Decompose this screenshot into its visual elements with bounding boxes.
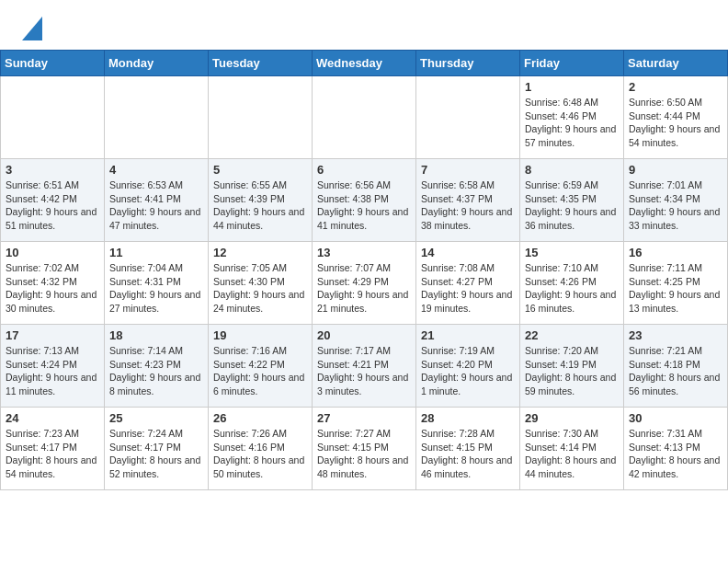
day-info: Sunrise: 6:58 AM Sunset: 4:37 PM Dayligh… (421, 178, 515, 233)
day-info: Sunrise: 7:07 AM Sunset: 4:29 PM Dayligh… (317, 261, 411, 316)
day-info: Sunrise: 7:04 AM Sunset: 4:31 PM Dayligh… (109, 261, 203, 316)
day-number: 26 (213, 411, 307, 425)
day-info: Sunrise: 7:21 AM Sunset: 4:18 PM Dayligh… (629, 344, 722, 398)
day-number: 7 (421, 163, 515, 177)
calendar-cell (416, 76, 520, 159)
day-info: Sunrise: 7:31 AM Sunset: 4:13 PM Dayligh… (629, 427, 722, 481)
column-header-monday: Monday (105, 51, 209, 76)
day-info: Sunrise: 7:26 AM Sunset: 4:16 PM Dayligh… (213, 427, 307, 481)
day-number: 1 (525, 80, 619, 94)
svg-marker-0 (22, 17, 42, 40)
calendar-cell: 20Sunrise: 7:17 AM Sunset: 4:21 PM Dayli… (313, 325, 416, 408)
calendar-cell: 22Sunrise: 7:20 AM Sunset: 4:19 PM Dayli… (520, 325, 624, 408)
calendar-cell: 2Sunrise: 6:50 AM Sunset: 4:44 PM Daylig… (624, 76, 728, 159)
calendar-cell: 9Sunrise: 7:01 AM Sunset: 4:34 PM Daylig… (624, 159, 728, 242)
day-number: 25 (109, 411, 203, 425)
day-info: Sunrise: 6:59 AM Sunset: 4:35 PM Dayligh… (525, 178, 619, 233)
column-header-friday: Friday (520, 51, 624, 76)
calendar-cell (105, 76, 209, 159)
calendar-week-row: 24Sunrise: 7:23 AM Sunset: 4:17 PM Dayli… (1, 408, 728, 490)
day-number: 8 (525, 163, 619, 177)
calendar-cell: 8Sunrise: 6:59 AM Sunset: 4:35 PM Daylig… (520, 159, 624, 242)
day-info: Sunrise: 7:13 AM Sunset: 4:24 PM Dayligh… (6, 344, 99, 398)
column-header-thursday: Thursday (416, 51, 520, 76)
day-number: 4 (109, 163, 203, 177)
day-info: Sunrise: 6:50 AM Sunset: 4:44 PM Dayligh… (629, 96, 722, 150)
day-info: Sunrise: 7:17 AM Sunset: 4:21 PM Dayligh… (317, 344, 411, 398)
day-info: Sunrise: 7:14 AM Sunset: 4:23 PM Dayligh… (109, 344, 203, 398)
day-number: 27 (317, 411, 411, 425)
calendar-cell (209, 76, 313, 159)
calendar-cell: 11Sunrise: 7:04 AM Sunset: 4:31 PM Dayli… (105, 242, 209, 325)
calendar-cell: 26Sunrise: 7:26 AM Sunset: 4:16 PM Dayli… (209, 408, 313, 490)
day-info: Sunrise: 6:56 AM Sunset: 4:38 PM Dayligh… (317, 178, 411, 233)
day-number: 6 (317, 163, 411, 177)
calendar-cell (313, 76, 416, 159)
day-info: Sunrise: 6:51 AM Sunset: 4:42 PM Dayligh… (6, 178, 99, 233)
calendar-cell: 10Sunrise: 7:02 AM Sunset: 4:32 PM Dayli… (1, 242, 105, 325)
day-info: Sunrise: 7:19 AM Sunset: 4:20 PM Dayligh… (421, 344, 515, 398)
calendar-cell: 27Sunrise: 7:27 AM Sunset: 4:15 PM Dayli… (313, 408, 416, 490)
day-number: 19 (213, 328, 307, 342)
page-header (0, 0, 728, 50)
calendar-cell: 28Sunrise: 7:28 AM Sunset: 4:15 PM Dayli… (416, 408, 520, 490)
day-number: 30 (629, 411, 722, 425)
column-header-tuesday: Tuesday (209, 51, 313, 76)
day-info: Sunrise: 7:30 AM Sunset: 4:14 PM Dayligh… (525, 427, 619, 481)
day-number: 17 (6, 328, 99, 342)
calendar-cell: 12Sunrise: 7:05 AM Sunset: 4:30 PM Dayli… (209, 242, 313, 325)
day-number: 22 (525, 328, 619, 342)
day-number: 16 (629, 246, 722, 259)
calendar-cell: 3Sunrise: 6:51 AM Sunset: 4:42 PM Daylig… (1, 159, 105, 242)
day-info: Sunrise: 6:55 AM Sunset: 4:39 PM Dayligh… (213, 178, 307, 233)
day-number: 14 (421, 246, 515, 259)
calendar-cell: 19Sunrise: 7:16 AM Sunset: 4:22 PM Dayli… (209, 325, 313, 408)
day-number: 5 (213, 163, 307, 177)
calendar-cell: 6Sunrise: 6:56 AM Sunset: 4:38 PM Daylig… (313, 159, 416, 242)
day-number: 12 (213, 246, 307, 259)
calendar-cell: 5Sunrise: 6:55 AM Sunset: 4:39 PM Daylig… (209, 159, 313, 242)
calendar-cell: 23Sunrise: 7:21 AM Sunset: 4:18 PM Dayli… (624, 325, 728, 408)
calendar-week-row: 17Sunrise: 7:13 AM Sunset: 4:24 PM Dayli… (1, 325, 728, 408)
calendar-cell (1, 76, 105, 159)
day-info: Sunrise: 7:05 AM Sunset: 4:30 PM Dayligh… (213, 261, 307, 316)
calendar-week-row: 1Sunrise: 6:48 AM Sunset: 4:46 PM Daylig… (1, 76, 728, 159)
column-header-saturday: Saturday (624, 51, 728, 76)
day-number: 2 (629, 80, 722, 94)
column-header-wednesday: Wednesday (313, 51, 416, 76)
day-info: Sunrise: 7:23 AM Sunset: 4:17 PM Dayligh… (6, 427, 99, 481)
day-number: 24 (6, 411, 99, 425)
calendar-cell: 30Sunrise: 7:31 AM Sunset: 4:13 PM Dayli… (624, 408, 728, 490)
day-number: 18 (109, 328, 203, 342)
calendar-header-row: SundayMondayTuesdayWednesdayThursdayFrid… (1, 51, 728, 76)
calendar-cell: 7Sunrise: 6:58 AM Sunset: 4:37 PM Daylig… (416, 159, 520, 242)
logo (18, 17, 42, 40)
day-info: Sunrise: 7:01 AM Sunset: 4:34 PM Dayligh… (629, 178, 722, 233)
day-number: 10 (6, 246, 99, 259)
calendar-cell: 13Sunrise: 7:07 AM Sunset: 4:29 PM Dayli… (313, 242, 416, 325)
calendar-cell: 14Sunrise: 7:08 AM Sunset: 4:27 PM Dayli… (416, 242, 520, 325)
day-info: Sunrise: 7:24 AM Sunset: 4:17 PM Dayligh… (109, 427, 203, 481)
calendar-cell: 16Sunrise: 7:11 AM Sunset: 4:25 PM Dayli… (624, 242, 728, 325)
calendar-table: SundayMondayTuesdayWednesdayThursdayFrid… (0, 50, 728, 490)
calendar-week-row: 10Sunrise: 7:02 AM Sunset: 4:32 PM Dayli… (1, 242, 728, 325)
day-info: Sunrise: 7:27 AM Sunset: 4:15 PM Dayligh… (317, 427, 411, 481)
day-number: 9 (629, 163, 722, 177)
calendar-cell: 25Sunrise: 7:24 AM Sunset: 4:17 PM Dayli… (105, 408, 209, 490)
day-info: Sunrise: 7:11 AM Sunset: 4:25 PM Dayligh… (629, 261, 722, 316)
day-number: 3 (6, 163, 99, 177)
calendar-cell: 1Sunrise: 6:48 AM Sunset: 4:46 PM Daylig… (520, 76, 624, 159)
day-info: Sunrise: 7:28 AM Sunset: 4:15 PM Dayligh… (421, 427, 515, 481)
day-number: 11 (109, 246, 203, 259)
day-info: Sunrise: 7:02 AM Sunset: 4:32 PM Dayligh… (6, 261, 99, 316)
day-number: 15 (525, 246, 619, 259)
calendar-cell: 29Sunrise: 7:30 AM Sunset: 4:14 PM Dayli… (520, 408, 624, 490)
day-number: 28 (421, 411, 515, 425)
calendar-cell: 24Sunrise: 7:23 AM Sunset: 4:17 PM Dayli… (1, 408, 105, 490)
day-info: Sunrise: 6:53 AM Sunset: 4:41 PM Dayligh… (109, 178, 203, 233)
calendar-cell: 15Sunrise: 7:10 AM Sunset: 4:26 PM Dayli… (520, 242, 624, 325)
day-info: Sunrise: 6:48 AM Sunset: 4:46 PM Dayligh… (525, 96, 619, 150)
calendar-cell: 21Sunrise: 7:19 AM Sunset: 4:20 PM Dayli… (416, 325, 520, 408)
day-number: 29 (525, 411, 619, 425)
day-number: 20 (317, 328, 411, 342)
